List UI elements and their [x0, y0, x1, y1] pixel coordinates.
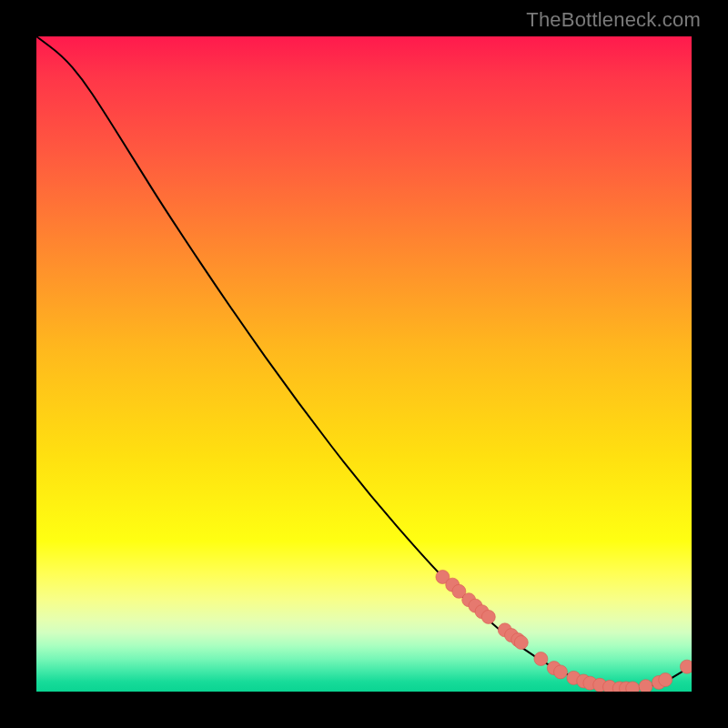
data-point	[680, 660, 692, 673]
data-point	[481, 610, 495, 623]
data-point	[554, 665, 568, 679]
watermark-text: TheBottleneck.com	[526, 8, 701, 32]
plot-svg	[36, 36, 692, 692]
chart-stage: TheBottleneck.com	[0, 0, 728, 728]
data-point	[514, 636, 528, 650]
data-point	[639, 680, 652, 692]
bottleneck-curve	[36, 36, 692, 689]
scatter-points	[436, 571, 692, 693]
plot-frame	[36, 36, 692, 692]
data-point	[659, 673, 672, 687]
data-point	[534, 652, 548, 666]
